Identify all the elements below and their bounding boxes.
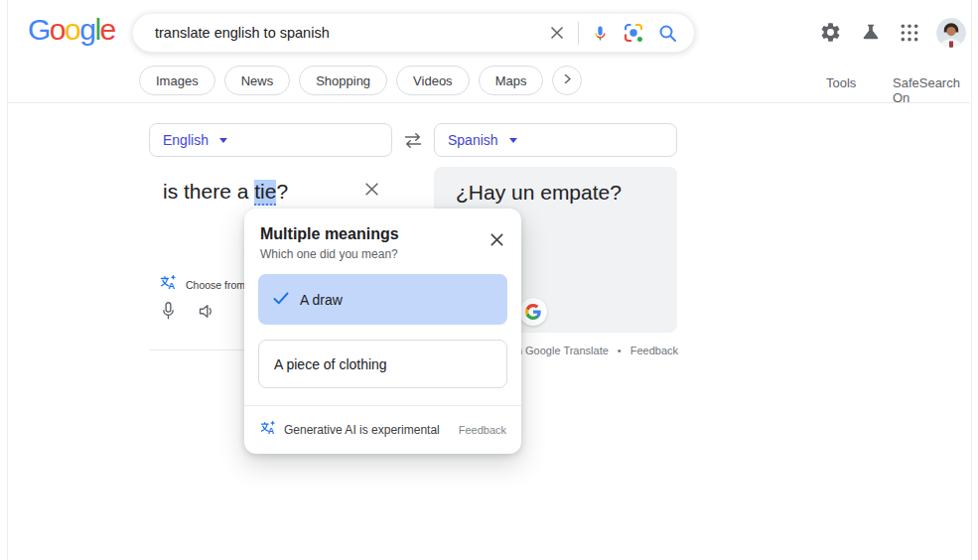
- google-g-icon: [525, 304, 541, 320]
- profile-avatar[interactable]: [936, 18, 966, 48]
- svg-text:A: A: [168, 280, 175, 291]
- google-logo[interactable]: Google: [28, 13, 115, 47]
- meaning-option[interactable]: A piece of clothing: [258, 340, 507, 388]
- viewport-edge-left: [7, 0, 8, 560]
- target-language-selector[interactable]: Spanish: [434, 123, 677, 157]
- source-language-label: English: [163, 132, 209, 148]
- source-panel-divider: [149, 350, 244, 350]
- swap-languages-icon[interactable]: [401, 132, 425, 153]
- choose-from-label: Choose from: [186, 279, 245, 291]
- popup-feedback-link[interactable]: Feedback: [459, 424, 506, 436]
- popup-title: Multiple meanings: [260, 225, 507, 243]
- settings-gear-icon[interactable]: [819, 21, 842, 48]
- tab-shopping[interactable]: Shopping: [299, 66, 387, 95]
- tab-label: Images: [156, 73, 199, 88]
- svg-text:A: A: [268, 426, 275, 436]
- search-filter-tabs: Images News Shopping Videos Maps: [139, 66, 582, 95]
- search-input[interactable]: [155, 25, 549, 41]
- voice-input-mic-icon[interactable]: [161, 301, 176, 326]
- tab-label: Maps: [495, 73, 527, 88]
- search-bar[interactable]: [132, 13, 695, 53]
- check-icon: [273, 292, 289, 308]
- tab-images[interactable]: Images: [139, 66, 215, 95]
- search-icon[interactable]: [658, 24, 677, 43]
- voice-search-icon[interactable]: [592, 22, 609, 45]
- meaning-option-selected[interactable]: A draw: [258, 274, 507, 325]
- tab-label: Videos: [413, 73, 453, 88]
- popup-close-icon[interactable]: [489, 232, 504, 251]
- chevron-right-icon: [561, 72, 574, 88]
- highlighted-word[interactable]: tie: [254, 180, 276, 206]
- source-text-before: is there a: [163, 180, 254, 203]
- google-apps-grid-icon[interactable]: [900, 23, 919, 47]
- tools-button[interactable]: Tools: [826, 75, 856, 90]
- source-text[interactable]: is there a tie?: [163, 180, 288, 204]
- tab-news[interactable]: News: [224, 66, 291, 95]
- target-language-label: Spanish: [448, 132, 498, 148]
- google-search-page: Google: [0, 0, 978, 560]
- listen-speaker-icon[interactable]: [198, 303, 216, 324]
- source-text-after: ?: [276, 180, 288, 203]
- clear-source-text-icon[interactable]: [363, 181, 380, 202]
- popup-subtitle: Which one did you mean?: [260, 247, 507, 261]
- tab-label: News: [241, 73, 274, 88]
- safesearch-toggle[interactable]: SafeSearch On: [893, 75, 978, 105]
- search-bar-separator: [578, 22, 579, 45]
- tab-maps[interactable]: Maps: [479, 66, 544, 95]
- meaning-option-label: A draw: [300, 292, 343, 308]
- generative-ai-translate-icon: A: [160, 274, 177, 295]
- chevron-down-icon: [509, 138, 517, 143]
- tab-videos[interactable]: Videos: [396, 66, 470, 95]
- source-language-selector[interactable]: English: [149, 123, 392, 157]
- popup-footer: A Generative AI is experimental Feedback: [260, 406, 506, 453]
- generative-ai-translate-icon: A: [260, 420, 276, 440]
- translated-text[interactable]: ¿Hay un empate?: [456, 181, 622, 205]
- more-tabs-button[interactable]: [552, 66, 582, 95]
- generative-ai-note: Generative AI is experimental: [284, 423, 440, 437]
- dot-separator: •: [618, 345, 622, 356]
- meaning-option-label: A piece of clothing: [274, 356, 387, 372]
- google-g-badge[interactable]: [519, 298, 547, 326]
- header-divider: [8, 102, 970, 103]
- tab-label: Shopping: [316, 73, 370, 88]
- clear-search-icon[interactable]: [549, 25, 565, 41]
- google-lens-icon[interactable]: [624, 23, 643, 43]
- chevron-down-icon: [219, 138, 227, 143]
- choose-from-suggestions[interactable]: A Choose from: [160, 274, 245, 295]
- multiple-meanings-popup: Multiple meanings Which one did you mean…: [244, 209, 521, 454]
- labs-flask-icon[interactable]: [860, 21, 882, 47]
- feedback-link[interactable]: Feedback: [630, 345, 678, 356]
